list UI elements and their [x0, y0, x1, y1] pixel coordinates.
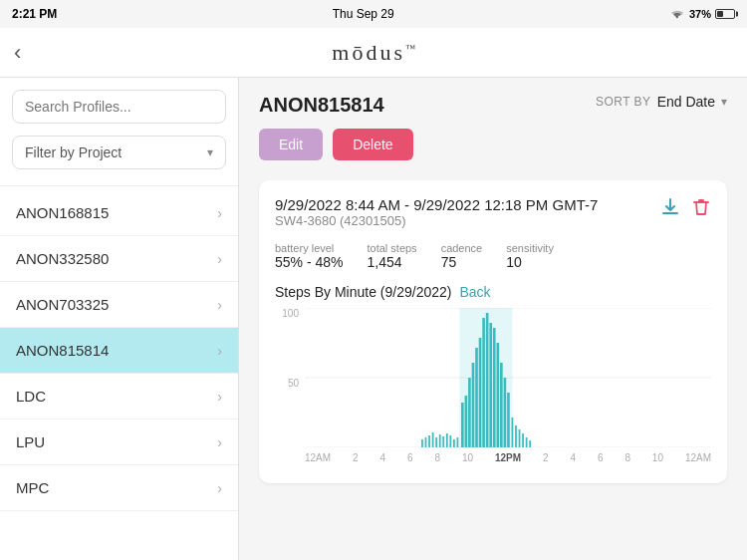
svg-rect-17: [472, 363, 475, 447]
chart-x-axis: 12AM 2 4 6 8 10 12PM 2 4 6 8 10 12AM: [305, 447, 711, 467]
chart-back-button[interactable]: Back: [459, 284, 490, 300]
status-right: 37%: [669, 8, 735, 20]
svg-rect-31: [522, 433, 524, 447]
svg-rect-25: [500, 363, 503, 447]
list-item[interactable]: LDC ›: [0, 374, 238, 420]
chart-plot: [305, 308, 711, 447]
y-label-50: 50: [288, 378, 303, 389]
svg-rect-3: [421, 439, 423, 447]
delete-button[interactable]: Delete: [333, 129, 412, 160]
chevron-right-icon: ›: [217, 480, 222, 496]
profile-id: LPU: [16, 433, 45, 450]
list-item[interactable]: LPU ›: [0, 420, 238, 465]
svg-rect-11: [449, 435, 451, 447]
x-label-2: 2: [353, 452, 359, 463]
chevron-right-icon: ›: [217, 389, 222, 405]
list-item[interactable]: MPC ›: [0, 465, 238, 511]
svg-rect-12: [453, 439, 455, 447]
svg-rect-28: [512, 418, 514, 447]
svg-rect-22: [489, 323, 492, 447]
x-label-2pm: 2: [543, 452, 549, 463]
x-label-10: 10: [462, 452, 473, 463]
profile-title: ANON815814: [259, 94, 413, 117]
divider: [0, 185, 238, 186]
svg-rect-20: [482, 318, 485, 447]
x-label-8pm: 8: [624, 452, 630, 463]
chevron-right-icon: ›: [217, 297, 222, 313]
list-item[interactable]: ANON168815 ›: [0, 190, 238, 236]
list-item[interactable]: ANON703325 ›: [0, 282, 238, 328]
svg-rect-32: [526, 437, 528, 447]
download-icon[interactable]: [659, 196, 681, 223]
stat-cadence: cadence 75: [441, 242, 483, 270]
sort-row: SORT BY End Date ▾: [596, 94, 727, 110]
chevron-right-icon: ›: [217, 343, 222, 359]
back-button[interactable]: ‹: [14, 40, 21, 66]
session-date: 9/29/2022 8:44 AM - 9/29/2022 12:18 PM G…: [275, 196, 598, 213]
profile-id: ANON703325: [16, 296, 109, 313]
chart-header: Steps By Minute (9/29/2022) Back: [275, 284, 711, 300]
content-area: ANON815814 Edit Delete SORT BY End Date …: [239, 78, 747, 560]
svg-rect-33: [529, 440, 531, 447]
svg-rect-14: [461, 403, 464, 447]
sort-label: SORT BY: [596, 95, 651, 109]
sort-value: End Date: [657, 94, 715, 110]
svg-rect-29: [515, 425, 517, 447]
header: ‹ mōdus™: [0, 28, 747, 78]
svg-rect-27: [507, 393, 510, 447]
svg-rect-4: [425, 437, 427, 447]
sidebar: Filter by Project ▾ ANON168815 › ANON332…: [0, 78, 239, 560]
svg-rect-21: [486, 313, 489, 447]
svg-rect-7: [435, 437, 437, 447]
status-bar: 2:21 PM Thu Sep 29 37%: [0, 0, 747, 28]
x-label-12am-end: 12AM: [685, 452, 711, 463]
status-day: Thu Sep 29: [333, 7, 394, 21]
stat-steps: total steps 1,454: [367, 242, 416, 270]
search-input[interactable]: [12, 90, 226, 124]
profile-id: ANON815814: [16, 342, 109, 359]
y-label-100: 100: [282, 308, 303, 319]
stat-sensitivity: sensitivity 10: [506, 242, 554, 270]
chevron-right-icon: ›: [217, 251, 222, 267]
chart-container: 100 50: [275, 308, 711, 467]
status-time: 2:21 PM: [12, 7, 57, 21]
session-icons: [659, 196, 711, 223]
session-header: 9/29/2022 8:44 AM - 9/29/2022 12:18 PM G…: [275, 196, 711, 238]
x-label-4pm: 4: [570, 452, 576, 463]
chevron-right-icon: ›: [217, 434, 222, 450]
x-label-12pm: 12PM: [495, 452, 521, 463]
stat-battery: battery level 55% - 48%: [275, 242, 343, 270]
svg-rect-18: [475, 348, 478, 447]
filter-by-project[interactable]: Filter by Project ▾: [12, 136, 226, 169]
filter-chevron-icon: ▾: [207, 145, 213, 159]
chart-y-axis: 100 50: [275, 308, 303, 447]
x-label-8: 8: [434, 452, 440, 463]
svg-rect-16: [468, 378, 471, 447]
session-card: 9/29/2022 8:44 AM - 9/29/2022 12:18 PM G…: [259, 180, 727, 483]
svg-rect-24: [496, 343, 499, 447]
x-label-4: 4: [380, 452, 386, 463]
svg-rect-9: [442, 436, 444, 447]
action-buttons: Edit Delete: [259, 129, 413, 160]
svg-rect-8: [439, 434, 441, 447]
sort-chevron-icon[interactable]: ▾: [721, 95, 727, 109]
session-device: SW4-3680 (42301505): [275, 213, 598, 228]
svg-rect-23: [493, 328, 496, 447]
edit-button[interactable]: Edit: [259, 129, 323, 160]
svg-rect-26: [504, 378, 507, 447]
list-item[interactable]: ANON332580 ›: [0, 236, 238, 282]
svg-rect-6: [432, 432, 434, 447]
trash-icon[interactable]: [691, 197, 711, 222]
logo: mōdus™: [332, 40, 415, 66]
wifi-icon: [669, 8, 685, 20]
svg-rect-5: [428, 435, 430, 447]
x-label-6: 6: [407, 452, 413, 463]
list-item-active[interactable]: ANON815814 ›: [0, 328, 238, 374]
profile-id: ANON168815: [16, 204, 109, 221]
main-layout: Filter by Project ▾ ANON168815 › ANON332…: [0, 78, 747, 560]
profile-id: LDC: [16, 388, 46, 405]
svg-rect-10: [446, 433, 448, 447]
chart-title: Steps By Minute (9/29/2022): [275, 284, 451, 300]
chevron-right-icon: ›: [217, 205, 222, 221]
svg-rect-30: [519, 429, 521, 447]
